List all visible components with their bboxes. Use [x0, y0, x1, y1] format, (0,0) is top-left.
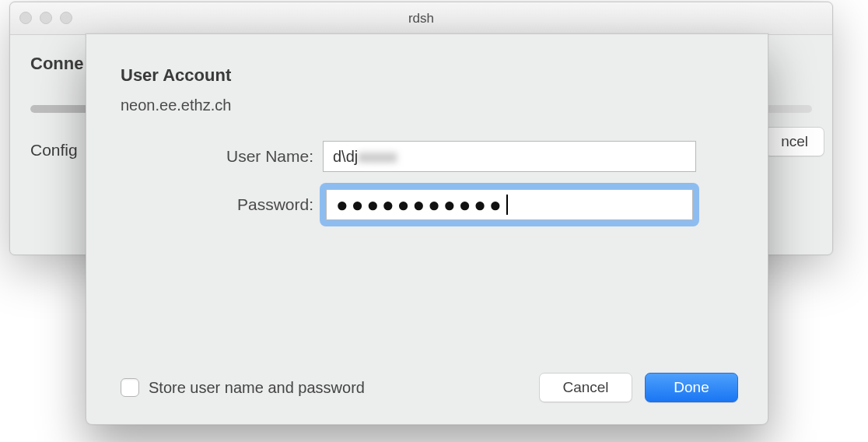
- password-row: Password: ●●●●●●●●●●●: [121, 186, 733, 223]
- titlebar: rdsh: [10, 2, 832, 35]
- username-input[interactable]: d\djxxxxx: [323, 141, 696, 172]
- zoom-icon[interactable]: [60, 12, 72, 24]
- background-cancel-button[interactable]: ncel: [765, 127, 824, 156]
- password-label: Password:: [121, 195, 323, 214]
- username-value-visible: d\dj: [333, 148, 358, 166]
- close-icon[interactable]: [19, 12, 32, 24]
- window-title: rdsh: [10, 11, 832, 26]
- done-button[interactable]: Done: [645, 373, 738, 402]
- password-input[interactable]: ●●●●●●●●●●●: [326, 189, 693, 220]
- window-controls: [19, 12, 72, 24]
- username-label: User Name:: [121, 147, 323, 166]
- store-credentials-checkbox[interactable]: [121, 378, 139, 397]
- sheet-bottom-row: Store user name and password Cancel Done: [121, 373, 738, 402]
- sheet-host: neon.ee.ethz.ch: [121, 96, 733, 114]
- text-caret-icon: [506, 195, 508, 215]
- username-value-obscured: xxxxx: [358, 148, 397, 166]
- credentials-form: User Name: d\djxxxxx Password: ●●●●●●●●●…: [121, 141, 733, 223]
- store-credentials-label: Store user name and password: [149, 379, 365, 397]
- user-account-sheet: User Account neon.ee.ethz.ch User Name: …: [86, 33, 768, 425]
- username-row: User Name: d\djxxxxx: [121, 141, 733, 172]
- minimize-icon[interactable]: [40, 12, 52, 24]
- password-focus-ring: ●●●●●●●●●●●: [323, 186, 696, 223]
- password-mask: ●●●●●●●●●●●: [336, 195, 505, 215]
- cancel-button[interactable]: Cancel: [539, 373, 632, 402]
- sheet-title: User Account: [121, 65, 733, 86]
